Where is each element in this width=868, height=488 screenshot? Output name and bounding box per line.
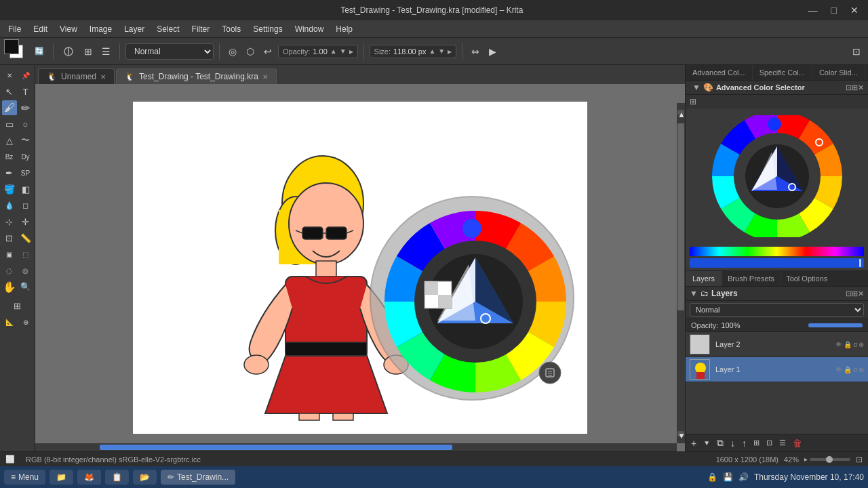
color-selector-settings-btn[interactable]: ⊡ <box>846 83 852 92</box>
minimize-button[interactable]: — <box>804 3 822 17</box>
select-tool-btn[interactable]: ↖ <box>2 84 17 99</box>
taskbar-krita-btn[interactable]: ✏ Test_Drawin... <box>161 470 235 485</box>
layers-expand-btn[interactable]: ▼ <box>690 289 698 298</box>
color-picker-tool-btn[interactable]: 💧 <box>2 198 17 213</box>
zoom-in-btn[interactable]: ▸ <box>804 455 808 463</box>
ellipse-tool-btn[interactable]: ○ <box>18 117 33 131</box>
transform-tool-btn[interactable]: ⊹ <box>2 214 17 229</box>
duplicate-layer-btn[interactable]: ⧉ <box>714 436 726 450</box>
freehand-tool-btn[interactable]: 〜 <box>18 133 33 148</box>
grid-view-btn[interactable]: ⊞ <box>81 44 96 59</box>
pencil-tool-btn[interactable]: ✏ <box>18 100 33 115</box>
fill-tool-btn[interactable]: 🪣 <box>2 182 17 197</box>
taskbar-terminal-btn[interactable]: 📋 <box>105 470 129 485</box>
menu-tools[interactable]: Tools <box>216 22 246 36</box>
layers-blend-select[interactable]: Normal <box>690 303 864 317</box>
size-up-btn[interactable]: ▲ <box>429 47 435 55</box>
tab-unnamed-close[interactable]: ✕ <box>100 73 106 81</box>
zoom-tool-btn[interactable]: 🔍 <box>18 279 33 294</box>
move-layer-up-btn[interactable]: ↑ <box>739 436 749 450</box>
copy-layer-btn[interactable]: ⊞ <box>751 437 762 449</box>
paste-layer-btn[interactable]: ⊡ <box>764 437 775 449</box>
color-swatches[interactable] <box>4 39 28 64</box>
paint-behind-btn[interactable]: ↩ <box>260 44 275 59</box>
delete-layer-btn[interactable]: 🗑 <box>790 436 805 450</box>
toolbox-close-btn[interactable]: ✕ <box>2 68 17 83</box>
menu-window[interactable]: Window <box>290 22 330 36</box>
opacity-expand-icon[interactable]: ▸ <box>349 47 353 56</box>
add-layer-dropdown-btn[interactable]: ▼ <box>701 438 713 448</box>
ruler-btn[interactable]: 📐 <box>2 314 17 329</box>
move-layer-down-btn[interactable]: ↓ <box>728 436 738 450</box>
layers-close-btn[interactable]: ✕ <box>858 289 864 298</box>
opacity-up-btn[interactable]: ▲ <box>330 47 337 55</box>
scroll-arrow-up[interactable]: ▲ <box>677 110 684 115</box>
smart-patch-btn[interactable]: SP <box>18 165 33 180</box>
panel-tab-color-sliders[interactable]: Color Slid... <box>812 65 865 80</box>
gradient-tool-btn[interactable]: ◧ <box>18 182 33 197</box>
list-view-btn[interactable]: ☰ <box>98 44 114 59</box>
menu-settings[interactable]: Settings <box>248 22 288 36</box>
layer1-inherit-icon[interactable]: ⊕ <box>859 366 864 373</box>
layer1-visibility-icon[interactable]: 👁 <box>835 366 842 373</box>
freehand-select-btn[interactable]: ◎ <box>18 263 33 278</box>
helper-btn[interactable]: ⊕ <box>18 314 33 329</box>
maximize-button[interactable]: □ <box>827 3 841 17</box>
calligraphy-tool-btn[interactable]: ✒ <box>2 165 17 180</box>
color-selector-expand-btn[interactable]: ▼ <box>690 83 703 92</box>
rect-tool-btn[interactable]: ▭ <box>2 117 17 131</box>
blend-mode-select[interactable]: Normal Multiply Screen Overlay <box>125 43 214 60</box>
layer-item-layer2[interactable]: Layer 2 👁 🔒 α ⊕ <box>686 332 868 357</box>
opacity-down-btn[interactable]: ▼ <box>340 47 347 55</box>
menu-help[interactable]: Help <box>330 22 358 36</box>
crop-tool-btn[interactable]: ⊡ <box>2 230 17 245</box>
ellipse-select-btn[interactable]: ◌ <box>2 263 17 278</box>
dynamic-tool-btn[interactable]: Dy <box>18 149 33 164</box>
scrollbar-horizontal[interactable] <box>35 443 677 451</box>
assistant-tool-btn[interactable]: ⊞ <box>10 298 25 313</box>
taskbar-firefox-btn[interactable]: 🦊 <box>77 470 101 485</box>
layer1-lock-icon[interactable]: 🔒 <box>844 366 852 373</box>
pan-tool-btn[interactable]: ✋ <box>2 279 17 294</box>
foreground-color-swatch[interactable] <box>4 39 19 54</box>
brush-presets-tab[interactable]: Brush Presets <box>722 271 781 286</box>
scroll-thumb-v[interactable] <box>677 123 684 310</box>
menu-file[interactable]: File <box>3 22 26 36</box>
menu-edit[interactable]: Edit <box>28 22 53 36</box>
layer1-alpha-icon[interactable]: α <box>853 366 857 373</box>
menu-select[interactable]: Select <box>151 22 184 36</box>
layer2-alpha-icon[interactable]: α <box>853 341 857 348</box>
saturation-bar[interactable] <box>690 258 864 268</box>
taskbar-files-btn[interactable]: 📁 <box>50 470 73 485</box>
close-button[interactable]: ✕ <box>846 3 863 17</box>
color-picker-btn[interactable]: 🔄 <box>31 45 47 58</box>
text-tool-btn[interactable]: T <box>18 84 33 99</box>
layers-float-btn[interactable]: ⊞ <box>852 289 858 298</box>
size-expand-icon[interactable]: ▸ <box>448 47 452 56</box>
bezier-tool-btn[interactable]: Bz <box>2 149 17 164</box>
color-grid-btn[interactable]: ⊞ <box>690 97 696 106</box>
panel-toggle-btn[interactable]: ⊡ <box>849 44 864 59</box>
eraser-tool-btn[interactable]: ◻ <box>18 198 33 213</box>
layer2-lock-icon[interactable]: 🔒 <box>844 341 852 348</box>
tab-test-drawing-close[interactable]: ✕ <box>262 73 268 81</box>
taskbar-menu-btn[interactable]: ≡ Menu <box>4 470 45 485</box>
erase-mode-btn[interactable]: ◎ <box>225 44 240 59</box>
layer2-visibility-icon[interactable]: 👁 <box>835 341 842 348</box>
zoom-slider[interactable] <box>810 458 850 461</box>
layers-settings-btn[interactable]: ⊡ <box>846 289 852 298</box>
move-tool-btn[interactable]: ✛ <box>18 214 33 229</box>
size-down-btn[interactable]: ▼ <box>438 47 445 55</box>
canvas-white[interactable] <box>133 102 587 434</box>
tab-unnamed[interactable]: 🐧 Unnamed ✕ <box>38 68 115 84</box>
panel-tab-advanced-color[interactable]: Advanced Col... <box>686 65 753 80</box>
toolbox-pin-btn[interactable]: 📌 <box>18 68 33 83</box>
polygon-tool-btn[interactable]: △ <box>2 133 17 148</box>
taskbar-folder-btn[interactable]: 📂 <box>133 470 157 485</box>
rect-select-btn[interactable]: ⬚ <box>18 247 33 262</box>
menu-layer[interactable]: Layer <box>119 22 150 36</box>
hue-gradient-bar[interactable] <box>690 247 864 256</box>
scrollbar-vertical[interactable]: ▲ ▼ <box>677 103 685 443</box>
menu-view[interactable]: View <box>54 22 83 36</box>
scroll-arrow-down[interactable]: ▼ <box>677 431 684 436</box>
